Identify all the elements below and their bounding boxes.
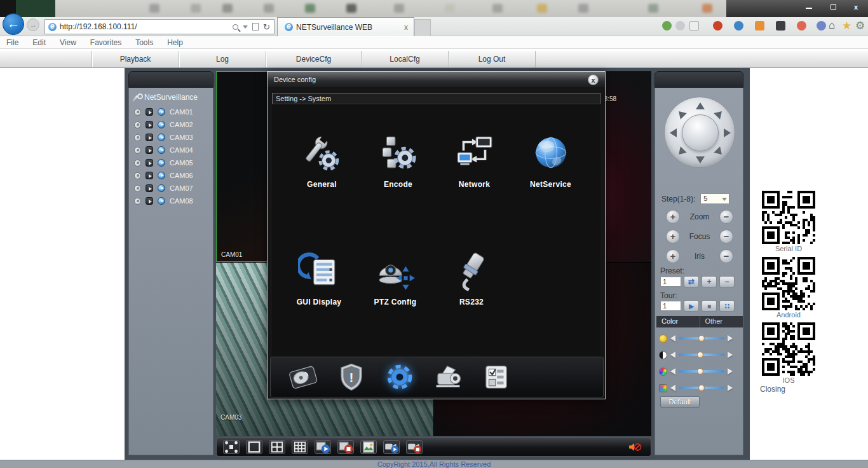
open-all-streams-button[interactable] bbox=[383, 440, 400, 454]
camera-row-cam03[interactable]: CAM03 bbox=[129, 131, 213, 144]
stream-globe-icon[interactable] bbox=[158, 134, 165, 141]
dialog-item-encode[interactable]: Encode bbox=[360, 133, 437, 189]
record-led-icon[interactable] bbox=[134, 121, 141, 128]
nav-logout[interactable]: Log Out bbox=[449, 51, 536, 67]
addon-icon[interactable] bbox=[817, 21, 826, 31]
slider-right-arrow[interactable] bbox=[728, 335, 733, 341]
stream-globe-icon[interactable] bbox=[158, 184, 165, 192]
play-channel-icon[interactable] bbox=[146, 146, 153, 154]
stream-globe-icon[interactable] bbox=[158, 172, 165, 179]
search-dropdown-icon[interactable] bbox=[243, 25, 248, 29]
dialog-item-general[interactable]: General bbox=[284, 133, 360, 189]
iris-minus-button[interactable]: − bbox=[719, 249, 733, 263]
close-all-streams-button[interactable] bbox=[406, 440, 423, 454]
nine-view-button[interactable] bbox=[292, 440, 308, 454]
slider-handle[interactable] bbox=[698, 335, 705, 341]
tour-input[interactable]: 1 bbox=[660, 301, 681, 311]
slider-right-arrow[interactable] bbox=[728, 352, 733, 358]
record-led-icon[interactable] bbox=[134, 172, 141, 179]
single-view-button[interactable] bbox=[246, 440, 262, 454]
step-select[interactable]: 5 bbox=[700, 193, 729, 204]
camera-row-cam01[interactable]: CAM01 bbox=[129, 106, 213, 118]
contrast-slider[interactable] bbox=[679, 354, 724, 356]
slider-right-arrow[interactable] bbox=[728, 385, 733, 391]
slider-right-arrow[interactable] bbox=[728, 368, 733, 375]
stream-globe-icon[interactable] bbox=[158, 121, 165, 128]
slider-left-arrow[interactable] bbox=[670, 335, 675, 341]
browser-back-button[interactable]: ← bbox=[3, 13, 24, 35]
dialog-item-netservice[interactable]: NetService bbox=[513, 133, 589, 189]
camera-row-cam04[interactable]: CAM04 bbox=[129, 144, 213, 156]
quad-view-button[interactable] bbox=[269, 440, 285, 454]
menu-help[interactable]: Help bbox=[167, 38, 183, 47]
nav-playback[interactable]: Playback bbox=[92, 51, 179, 67]
play-all-button[interactable] bbox=[315, 440, 331, 454]
record-tab-hdd-icon[interactable] bbox=[288, 362, 318, 392]
record-led-icon[interactable] bbox=[134, 134, 141, 141]
settings-gear-icon[interactable]: ⚙ bbox=[855, 19, 865, 32]
record-led-icon[interactable] bbox=[134, 147, 141, 154]
slider-left-arrow[interactable] bbox=[670, 385, 675, 391]
focus-minus-button[interactable]: − bbox=[719, 230, 733, 244]
stream-globe-icon[interactable] bbox=[158, 146, 165, 154]
ptz-upleft-arrow[interactable] bbox=[675, 108, 687, 120]
play-channel-icon[interactable] bbox=[146, 108, 153, 116]
stream-globe-icon[interactable] bbox=[158, 159, 165, 167]
camera-row-cam05[interactable]: CAM05 bbox=[129, 156, 213, 169]
minimize-button[interactable] bbox=[799, 3, 818, 12]
play-channel-icon[interactable] bbox=[146, 172, 153, 179]
nav-log[interactable]: Log bbox=[179, 51, 266, 67]
zoom-minus-button[interactable]: − bbox=[719, 210, 733, 224]
record-led-icon[interactable] bbox=[134, 185, 141, 192]
url-text[interactable]: http://192.168.100.111/ bbox=[60, 22, 233, 31]
addon-icon[interactable] bbox=[675, 21, 685, 31]
tour-play-button[interactable]: ▶ bbox=[684, 300, 699, 312]
slider-handle[interactable] bbox=[697, 352, 703, 358]
iris-plus-button[interactable]: + bbox=[666, 249, 680, 263]
dialog-item-ptz-config[interactable]: PTZ Config bbox=[357, 251, 433, 306]
nav-devicecfg[interactable]: DeviceCfg bbox=[266, 51, 362, 67]
play-channel-icon[interactable] bbox=[146, 197, 153, 205]
menu-view[interactable]: View bbox=[60, 38, 76, 47]
tour-stop-button[interactable]: ■ bbox=[702, 300, 717, 312]
dialog-item-network[interactable]: Network bbox=[437, 133, 513, 189]
stream-globe-icon[interactable] bbox=[158, 108, 165, 116]
nav-localcfg[interactable]: LocalCfg bbox=[362, 51, 449, 67]
menu-tools[interactable]: Tools bbox=[135, 38, 153, 47]
tab-close-icon[interactable]: x bbox=[402, 23, 410, 32]
play-channel-icon[interactable] bbox=[146, 159, 153, 167]
addon-icon[interactable] bbox=[689, 21, 699, 31]
brightness-slider[interactable] bbox=[679, 337, 724, 340]
addon-icon[interactable] bbox=[662, 21, 672, 31]
restore-button[interactable] bbox=[824, 3, 843, 12]
play-channel-icon[interactable] bbox=[146, 184, 153, 192]
browser-tab[interactable]: NETSurveillance WEB x bbox=[277, 17, 414, 36]
record-led-icon[interactable] bbox=[134, 160, 141, 167]
default-button[interactable]: Default bbox=[660, 396, 700, 408]
slider-handle[interactable] bbox=[697, 368, 703, 375]
preset-input[interactable]: 1 bbox=[660, 277, 681, 287]
record-led-icon[interactable] bbox=[134, 198, 141, 205]
new-tab-stub[interactable] bbox=[414, 19, 431, 36]
system-tab-gear-icon[interactable] bbox=[385, 362, 414, 392]
stop-all-button[interactable] bbox=[337, 440, 354, 454]
record-led-icon[interactable] bbox=[134, 109, 141, 116]
snapshot-button[interactable] bbox=[360, 440, 377, 454]
addon-icon[interactable] bbox=[797, 21, 806, 31]
speaker-muted-icon[interactable] bbox=[628, 441, 642, 453]
slider-left-arrow[interactable] bbox=[670, 368, 675, 375]
focus-plus-button[interactable]: + bbox=[666, 230, 680, 244]
dialog-item-rs232[interactable]: RS232 bbox=[433, 251, 510, 306]
dialog-item-gui-display[interactable]: GUI Display bbox=[281, 251, 357, 306]
menu-file[interactable]: File bbox=[6, 38, 18, 47]
slider-handle[interactable] bbox=[698, 385, 705, 391]
alarm-tab-shield-icon[interactable]: ! bbox=[337, 362, 366, 392]
camera-row-cam02[interactable]: CAM02 bbox=[129, 118, 213, 131]
stream-globe-icon[interactable] bbox=[158, 197, 165, 205]
preset-remove-button[interactable]: − bbox=[719, 276, 735, 287]
refresh-icon[interactable]: ↻ bbox=[263, 22, 270, 32]
info-tab-checklist-icon[interactable] bbox=[482, 362, 511, 392]
hue-slider[interactable] bbox=[679, 387, 724, 389]
addon-icon[interactable] bbox=[755, 21, 764, 31]
addon-icon[interactable] bbox=[776, 21, 785, 31]
